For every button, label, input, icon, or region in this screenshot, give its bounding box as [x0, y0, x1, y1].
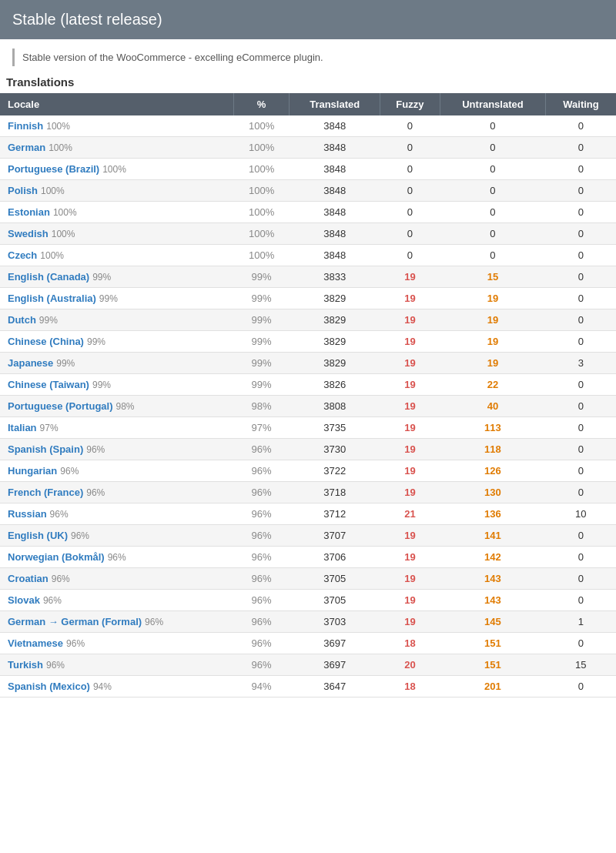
cell-waiting: 0	[546, 568, 616, 590]
locale-link[interactable]: Hungarian	[8, 465, 57, 477]
cell-pct: 97%	[233, 417, 290, 439]
cell-locale: Vietnamese96%	[0, 633, 233, 654]
locale-link[interactable]: Czech	[8, 249, 37, 261]
cell-fuzzy: 0	[380, 159, 440, 180]
locale-link[interactable]: Polish	[8, 185, 38, 196]
cell-fuzzy: 0	[380, 245, 440, 266]
table-row: Polish100%100%3848000	[0, 180, 616, 202]
cell-waiting: 1	[546, 611, 616, 633]
cell-fuzzy: 19	[380, 309, 440, 331]
locale-link[interactable]: Japanese	[8, 357, 53, 369]
locale-link[interactable]: Chinese (China)	[8, 336, 84, 347]
cell-pct: 96%	[233, 590, 290, 611]
cell-translated: 3705	[290, 568, 380, 590]
cell-locale: Italian97%	[0, 417, 233, 439]
cell-pct: 100%	[233, 223, 290, 245]
table-row: Hungarian96%96%3722191260	[0, 460, 616, 482]
locale-link[interactable]: French (France)	[8, 487, 83, 498]
locale-link[interactable]: Croatian	[8, 573, 49, 584]
cell-translated: 3848	[290, 159, 380, 180]
locale-pct-badge: 96%	[86, 444, 105, 455]
locale-link[interactable]: Estonian	[8, 206, 50, 218]
table-row: English (UK)96%96%3707191410	[0, 525, 616, 547]
locale-link[interactable]: Portuguese (Portugal)	[8, 400, 113, 412]
locale-link[interactable]: English (UK)	[8, 530, 68, 541]
locale-link[interactable]: Dutch	[8, 314, 36, 326]
cell-untranslated: 143	[440, 590, 545, 611]
table-row: German100%100%3848000	[0, 137, 616, 159]
cell-waiting: 0	[546, 288, 616, 309]
cell-waiting: 10	[546, 503, 616, 525]
cell-translated: 3833	[290, 266, 380, 288]
locale-link[interactable]: Spanish (Spain)	[8, 443, 83, 455]
col-untranslated: Untranslated	[440, 93, 545, 115]
locale-pct-badge: 96%	[46, 660, 65, 671]
table-row: Chinese (Taiwan)99%99%382619220	[0, 374, 616, 396]
locale-link[interactable]: Portuguese (Brazil)	[8, 163, 99, 175]
cell-pct: 100%	[233, 245, 290, 266]
cell-untranslated: 136	[440, 503, 545, 525]
cell-fuzzy: 0	[380, 202, 440, 223]
locale-pct-badge: 96%	[52, 574, 70, 584]
table-row: Dutch99%99%382919190	[0, 309, 616, 331]
cell-waiting: 0	[546, 180, 616, 202]
cell-translated: 3829	[290, 309, 380, 331]
cell-waiting: 0	[546, 439, 616, 460]
cell-pct: 96%	[233, 654, 290, 676]
cell-locale: German100%	[0, 137, 233, 159]
cell-untranslated: 0	[440, 202, 545, 223]
cell-pct: 96%	[233, 482, 290, 503]
locale-link[interactable]: Spanish (Mexico)	[8, 681, 90, 692]
locale-link[interactable]: Norwegian (Bokmål)	[8, 551, 105, 563]
locale-pct-badge: 99%	[87, 336, 105, 347]
cell-fuzzy: 19	[380, 525, 440, 547]
locale-link[interactable]: Russian	[8, 508, 47, 520]
cell-fuzzy: 0	[380, 223, 440, 245]
locale-link[interactable]: German	[8, 142, 45, 153]
cell-translated: 3848	[290, 115, 380, 137]
locale-pct-badge: 99%	[39, 315, 58, 326]
locale-link[interactable]: Turkish	[8, 659, 43, 671]
cell-translated: 3697	[290, 633, 380, 654]
cell-untranslated: 113	[440, 417, 545, 439]
locale-link[interactable]: Swedish	[8, 228, 49, 239]
table-row: English (Canada)99%99%383319150	[0, 266, 616, 288]
cell-waiting: 0	[546, 159, 616, 180]
locale-link[interactable]: German → German (Formal)	[8, 616, 142, 627]
cell-waiting: 0	[546, 266, 616, 288]
locale-link[interactable]: English (Canada)	[8, 271, 89, 283]
cell-translated: 3697	[290, 654, 380, 676]
cell-untranslated: 0	[440, 115, 545, 137]
cell-translated: 3712	[290, 503, 380, 525]
table-row: Italian97%97%3735191130	[0, 417, 616, 439]
locale-link[interactable]: Finnish	[8, 120, 43, 132]
cell-untranslated: 201	[440, 676, 545, 697]
cell-untranslated: 0	[440, 159, 545, 180]
cell-untranslated: 151	[440, 633, 545, 654]
cell-waiting: 0	[546, 525, 616, 547]
locale-link[interactable]: Italian	[8, 422, 37, 433]
table-row: French (France)96%96%3718191300	[0, 482, 616, 503]
cell-waiting: 0	[546, 331, 616, 353]
page-title: Stable (latest release)	[12, 11, 162, 28]
cell-untranslated: 0	[440, 137, 545, 159]
cell-fuzzy: 20	[380, 654, 440, 676]
cell-pct: 99%	[233, 353, 290, 374]
cell-locale: Japanese99%	[0, 353, 233, 374]
table-row: English (Australia)99%99%382919190	[0, 288, 616, 309]
locale-link[interactable]: Vietnamese	[8, 637, 63, 649]
locale-link[interactable]: Chinese (Taiwan)	[8, 379, 89, 390]
cell-fuzzy: 19	[380, 417, 440, 439]
table-row: Portuguese (Portugal)98%98%380819400	[0, 396, 616, 417]
subtitle-bar: Stable version of the WooCommerce - exce…	[12, 49, 604, 66]
cell-fuzzy: 19	[380, 482, 440, 503]
cell-translated: 3848	[290, 202, 380, 223]
cell-fuzzy: 19	[380, 611, 440, 633]
locale-link[interactable]: Slovak	[8, 594, 40, 606]
locale-link[interactable]: English (Australia)	[8, 293, 96, 304]
locale-pct-badge: 96%	[43, 595, 62, 606]
cell-pct: 96%	[233, 547, 290, 568]
col-locale: Locale	[0, 93, 233, 115]
translations-table: Locale % Translated Fuzzy Untranslated W…	[0, 93, 616, 697]
cell-waiting: 0	[546, 460, 616, 482]
